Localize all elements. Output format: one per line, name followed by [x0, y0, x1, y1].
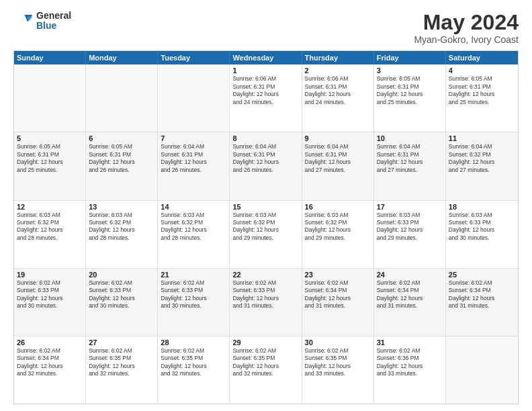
day-cell-3: 3Sunrise: 6:05 AMSunset: 6:31 PMDaylight… — [374, 64, 446, 132]
day-number: 14 — [161, 203, 226, 211]
day-number: 31 — [377, 338, 443, 347]
day-cell-14: 14Sunrise: 6:03 AMSunset: 6:32 PMDayligh… — [158, 201, 230, 268]
calendar-header: SundayMondayTuesdayWednesdayThursdayFrid… — [14, 51, 518, 64]
calendar: SundayMondayTuesdayWednesdayThursdayFrid… — [13, 50, 519, 404]
month-year-title: May 2024 — [414, 11, 519, 34]
calendar-week-5: 26Sunrise: 6:02 AMSunset: 6:34 PMDayligh… — [14, 336, 518, 404]
day-number: 28 — [161, 338, 226, 347]
day-cell-12: 12Sunrise: 6:03 AMSunset: 6:32 PMDayligh… — [14, 201, 86, 268]
day-info: Sunrise: 6:02 AMSunset: 6:33 PMDaylight:… — [89, 279, 154, 310]
day-number: 11 — [449, 134, 515, 142]
day-info: Sunrise: 6:06 AMSunset: 6:31 PMDaylight:… — [232, 75, 298, 106]
day-info: Sunrise: 6:06 AMSunset: 6:31 PMDaylight:… — [305, 75, 371, 106]
day-cell-27: 27Sunrise: 6:02 AMSunset: 6:35 PMDayligh… — [86, 336, 158, 404]
day-number: 10 — [377, 134, 443, 142]
day-cell-30: 30Sunrise: 6:02 AMSunset: 6:35 PMDayligh… — [302, 336, 374, 404]
day-info: Sunrise: 6:03 AMSunset: 6:32 PMDaylight:… — [305, 212, 371, 242]
calendar-week-3: 12Sunrise: 6:03 AMSunset: 6:32 PMDayligh… — [14, 201, 518, 269]
day-cell-7: 7Sunrise: 6:04 AMSunset: 6:31 PMDaylight… — [158, 132, 230, 199]
logo: General Blue — [13, 11, 71, 32]
day-number: 9 — [305, 134, 371, 142]
day-info: Sunrise: 6:05 AMSunset: 6:31 PMDaylight:… — [17, 143, 83, 174]
logo-blue: Blue — [36, 21, 71, 31]
logo-icon — [13, 11, 34, 31]
day-info: Sunrise: 6:04 AMSunset: 6:31 PMDaylight:… — [161, 143, 226, 174]
day-info: Sunrise: 6:03 AMSunset: 6:32 PMDaylight:… — [161, 212, 226, 242]
day-number: 6 — [89, 134, 154, 142]
day-number: 29 — [232, 338, 298, 347]
day-cell-21: 21Sunrise: 6:02 AMSunset: 6:33 PMDayligh… — [158, 269, 230, 336]
day-info: Sunrise: 6:03 AMSunset: 6:33 PMDaylight:… — [377, 212, 443, 242]
day-info: Sunrise: 6:02 AMSunset: 6:33 PMDaylight:… — [161, 279, 226, 310]
day-cell-5: 5Sunrise: 6:05 AMSunset: 6:31 PMDaylight… — [14, 132, 86, 199]
day-number: 17 — [377, 203, 443, 211]
day-cell-23: 23Sunrise: 6:02 AMSunset: 6:34 PMDayligh… — [302, 269, 374, 336]
day-info: Sunrise: 6:05 AMSunset: 6:31 PMDaylight:… — [377, 75, 443, 106]
header-day-friday: Friday — [374, 51, 446, 64]
day-number: 19 — [17, 271, 83, 279]
day-info: Sunrise: 6:03 AMSunset: 6:32 PMDaylight:… — [17, 212, 83, 242]
day-cell-2: 2Sunrise: 6:06 AMSunset: 6:31 PMDaylight… — [302, 64, 374, 132]
day-info: Sunrise: 6:02 AMSunset: 6:35 PMDaylight:… — [305, 347, 371, 378]
day-info: Sunrise: 6:02 AMSunset: 6:35 PMDaylight:… — [161, 347, 226, 378]
day-number: 7 — [161, 134, 226, 142]
title-section: May 2024 Myan-Gokro, Ivory Coast — [414, 11, 519, 45]
header-day-wednesday: Wednesday — [230, 51, 302, 64]
day-cell-15: 15Sunrise: 6:03 AMSunset: 6:32 PMDayligh… — [230, 201, 302, 268]
header-day-tuesday: Tuesday — [158, 51, 230, 64]
header: General Blue May 2024 Myan-Gokro, Ivory … — [13, 11, 519, 45]
day-number: 3 — [377, 66, 443, 75]
day-cell-31: 31Sunrise: 6:02 AMSunset: 6:36 PMDayligh… — [374, 336, 446, 404]
calendar-week-4: 19Sunrise: 6:02 AMSunset: 6:33 PMDayligh… — [14, 269, 518, 336]
day-number: 25 — [449, 271, 515, 279]
page: General Blue May 2024 Myan-Gokro, Ivory … — [0, 0, 532, 411]
day-cell-8: 8Sunrise: 6:04 AMSunset: 6:31 PMDaylight… — [230, 132, 302, 199]
day-cell-29: 29Sunrise: 6:02 AMSunset: 6:35 PMDayligh… — [230, 336, 302, 404]
day-info: Sunrise: 6:04 AMSunset: 6:31 PMDaylight:… — [377, 143, 443, 174]
day-info: Sunrise: 6:02 AMSunset: 6:33 PMDaylight:… — [17, 279, 83, 310]
day-number: 24 — [377, 271, 443, 279]
day-cell-16: 16Sunrise: 6:03 AMSunset: 6:32 PMDayligh… — [302, 201, 374, 268]
day-number: 12 — [17, 203, 83, 211]
day-cell-13: 13Sunrise: 6:03 AMSunset: 6:32 PMDayligh… — [86, 201, 158, 268]
day-number: 18 — [449, 203, 515, 211]
day-info: Sunrise: 6:02 AMSunset: 6:35 PMDaylight:… — [89, 347, 154, 378]
day-info: Sunrise: 6:04 AMSunset: 6:31 PMDaylight:… — [232, 143, 298, 174]
logo-general: General — [36, 11, 71, 21]
day-cell-22: 22Sunrise: 6:02 AMSunset: 6:33 PMDayligh… — [230, 269, 302, 336]
day-cell-4: 4Sunrise: 6:05 AMSunset: 6:31 PMDaylight… — [446, 64, 518, 132]
day-number: 20 — [89, 271, 154, 279]
day-number: 23 — [305, 271, 371, 279]
day-number: 1 — [232, 66, 298, 75]
day-info: Sunrise: 6:05 AMSunset: 6:31 PMDaylight:… — [89, 143, 154, 174]
day-cell-18: 18Sunrise: 6:03 AMSunset: 6:33 PMDayligh… — [446, 201, 518, 268]
day-info: Sunrise: 6:02 AMSunset: 6:34 PMDaylight:… — [305, 279, 371, 310]
day-number: 16 — [305, 203, 371, 211]
header-day-sunday: Sunday — [14, 51, 86, 64]
day-cell-9: 9Sunrise: 6:04 AMSunset: 6:31 PMDaylight… — [302, 132, 374, 199]
empty-cell — [14, 64, 86, 132]
day-number: 4 — [449, 66, 515, 75]
logo-text: General Blue — [36, 11, 71, 32]
day-info: Sunrise: 6:04 AMSunset: 6:32 PMDaylight:… — [449, 143, 515, 174]
empty-cell — [158, 64, 230, 132]
calendar-week-2: 5Sunrise: 6:05 AMSunset: 6:31 PMDaylight… — [14, 132, 518, 200]
day-cell-25: 25Sunrise: 6:02 AMSunset: 6:34 PMDayligh… — [446, 269, 518, 336]
empty-cell — [446, 336, 518, 404]
day-cell-1: 1Sunrise: 6:06 AMSunset: 6:31 PMDaylight… — [230, 64, 302, 132]
day-info: Sunrise: 6:02 AMSunset: 6:36 PMDaylight:… — [377, 347, 443, 378]
day-number: 15 — [232, 203, 298, 211]
calendar-week-1: 1Sunrise: 6:06 AMSunset: 6:31 PMDaylight… — [14, 64, 518, 132]
day-cell-28: 28Sunrise: 6:02 AMSunset: 6:35 PMDayligh… — [158, 336, 230, 404]
day-info: Sunrise: 6:02 AMSunset: 6:34 PMDaylight:… — [377, 279, 443, 310]
location-subtitle: Myan-Gokro, Ivory Coast — [414, 34, 519, 45]
day-info: Sunrise: 6:02 AMSunset: 6:34 PMDaylight:… — [17, 347, 83, 378]
day-cell-20: 20Sunrise: 6:02 AMSunset: 6:33 PMDayligh… — [86, 269, 158, 336]
day-info: Sunrise: 6:03 AMSunset: 6:32 PMDaylight:… — [89, 212, 154, 242]
day-cell-19: 19Sunrise: 6:02 AMSunset: 6:33 PMDayligh… — [14, 269, 86, 336]
day-number: 5 — [17, 134, 83, 142]
day-number: 30 — [305, 338, 371, 347]
day-info: Sunrise: 6:02 AMSunset: 6:34 PMDaylight:… — [449, 279, 515, 310]
day-number: 8 — [232, 134, 298, 142]
header-day-thursday: Thursday — [302, 51, 374, 64]
